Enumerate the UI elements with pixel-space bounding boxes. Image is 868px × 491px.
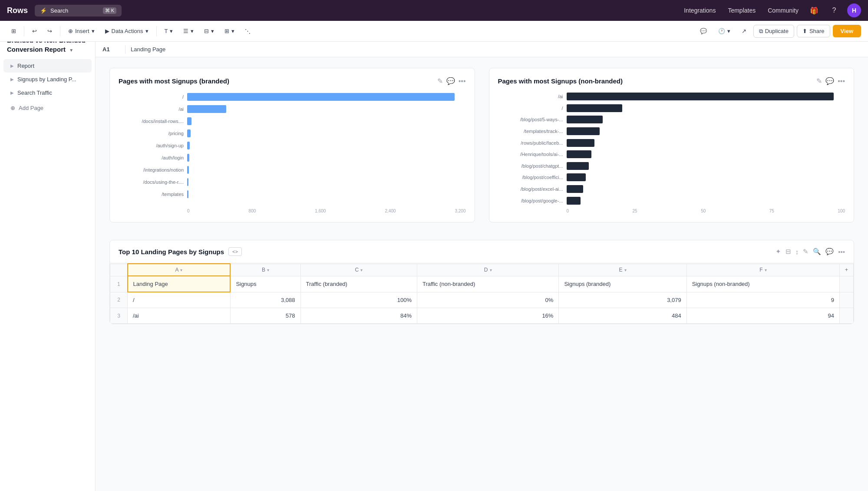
col-c-header[interactable]: C ▾ <box>300 264 417 276</box>
bar-row: /Henrique/tools/ai-... <box>498 150 845 159</box>
grid-btn[interactable]: ⊞ ▾ <box>220 26 239 36</box>
bar-label: /Henrique/tools/ai-... <box>498 152 563 157</box>
bar-row: /rows/public/faceb... <box>498 138 845 147</box>
cell-a1[interactable]: Landing Page <box>128 276 231 292</box>
cell-c3[interactable]: 84% <box>300 308 417 324</box>
col-c-sort[interactable]: ▾ <box>360 268 363 272</box>
bar-fill <box>187 117 191 125</box>
sidebar-item-search-traffic[interactable]: ▶ Search Traffic <box>3 86 92 100</box>
view-btn[interactable]: View <box>833 25 861 37</box>
table-actions: ✦ ⊟ ↕ ✎ 🔍 💬 ••• <box>776 248 845 255</box>
cell-f1[interactable]: Signups (non-branded) <box>686 276 839 292</box>
nav-icons: 🎁 ? H <box>807 3 861 17</box>
insert-btn[interactable]: ⊕ Insert ▾ <box>64 26 99 36</box>
branded-chart-header: Pages with most Signups (branded) ✎ 💬 ••… <box>119 77 466 85</box>
add-col-btn[interactable]: + <box>840 264 854 276</box>
col-f-sort[interactable]: ▾ <box>765 268 767 272</box>
sidebar-item-report[interactable]: ▶ Report <box>3 59 92 73</box>
filter-magic-icon[interactable]: ✦ <box>776 248 781 255</box>
branded-edit-icon[interactable]: ✎ <box>437 77 443 85</box>
branded-comment-icon[interactable]: 💬 <box>446 77 455 85</box>
col-b-sort[interactable]: ▾ <box>267 268 269 272</box>
cell-b1[interactable]: Signups <box>230 276 300 292</box>
nav-templates[interactable]: Templates <box>728 7 756 14</box>
nav-integrations[interactable]: Integrations <box>684 7 716 14</box>
more-table-icon[interactable]: ••• <box>838 248 845 255</box>
col-a-header[interactable]: A ▾ <box>128 264 231 276</box>
add-page-btn[interactable]: ⊕ Add Page <box>3 101 92 115</box>
cell-e3[interactable]: 484 <box>559 308 686 324</box>
doc-title-arrow[interactable]: ▼ <box>69 48 73 53</box>
layout-toggle-btn[interactable]: ⊞ <box>7 26 20 36</box>
cell-a3[interactable]: /ai <box>128 308 231 324</box>
bar-fill <box>187 142 190 149</box>
cell-e1[interactable]: Signups (branded) <box>559 276 686 292</box>
redo-btn[interactable]: ↪ <box>43 26 56 36</box>
cell-f2[interactable]: 9 <box>686 292 839 308</box>
col-e-header[interactable]: E ▾ <box>559 264 686 276</box>
help-icon[interactable]: ? <box>827 3 841 17</box>
cell-e2[interactable]: 3,079 <box>559 292 686 308</box>
nav-community[interactable]: Community <box>768 7 799 14</box>
duplicate-btn[interactable]: ⧉ Duplicate <box>753 25 794 38</box>
col-e-sort[interactable]: ▾ <box>624 268 627 272</box>
branded-chart-actions: ✎ 💬 ••• <box>437 77 466 85</box>
history-icon: 🕐 <box>718 28 725 34</box>
filter-icon[interactable]: ⊟ <box>785 248 791 255</box>
non-branded-comment-icon[interactable]: 💬 <box>825 77 834 85</box>
cell-d1[interactable]: Traffic (non-branded) <box>417 276 558 292</box>
share-btn[interactable]: ⬆ Share <box>797 25 830 37</box>
cell-c2[interactable]: 100% <box>300 292 417 308</box>
col-d-header[interactable]: D ▾ <box>417 264 558 276</box>
history-btn[interactable]: 🕐 ▾ <box>714 26 735 36</box>
align-btn[interactable]: ☰ ▾ <box>179 26 198 36</box>
search-bar[interactable]: ⚡ Search ⌘ K <box>35 5 122 17</box>
cell-a2[interactable]: / <box>128 292 231 308</box>
col-a-sort[interactable]: ▾ <box>180 268 182 272</box>
non-branded-chart-card: Pages with most Signups (non-branded) ✎ … <box>489 68 855 222</box>
search-table-icon[interactable]: 🔍 <box>813 248 821 255</box>
text-chevron: ▾ <box>170 28 173 34</box>
bar-row: / <box>119 92 466 102</box>
bar-label: /auth/sign-up <box>119 143 184 148</box>
cell-value-display: Landing Page <box>131 46 165 53</box>
table-code-btn[interactable]: <> <box>228 247 242 256</box>
format-btn[interactable]: ⊟ ▾ <box>200 26 218 36</box>
bar-fill <box>187 166 189 174</box>
comment-table-icon[interactable]: 💬 <box>825 248 834 255</box>
non-branded-edit-icon[interactable]: ✎ <box>816 77 822 85</box>
bar-track <box>567 104 845 112</box>
cell-ref-divider <box>125 45 125 54</box>
add-page-icon: ⊕ <box>10 105 15 111</box>
grid-icon: ⊞ <box>224 28 229 34</box>
cell-d2[interactable]: 0% <box>417 292 558 308</box>
cell-d3[interactable]: 16% <box>417 308 558 324</box>
cell-f3[interactable]: 94 <box>686 308 839 324</box>
sidebar-item-signups[interactable]: ▶ Signups by Landing P... <box>3 73 92 86</box>
data-actions-btn[interactable]: ▶ Data Actions ▾ <box>101 26 153 36</box>
sort-icon[interactable]: ↕ <box>795 248 799 255</box>
avatar[interactable]: H <box>847 3 861 17</box>
top-nav: Rows ⚡ Search ⌘ K Integrations Templates… <box>0 0 868 21</box>
undo-btn[interactable]: ↩ <box>28 26 41 36</box>
bar-row: /templates <box>119 189 466 199</box>
col-f-header[interactable]: F ▾ <box>686 264 839 276</box>
chart-tool-btn[interactable]: ⋱ <box>241 26 255 36</box>
edit-table-icon[interactable]: ✎ <box>803 248 809 255</box>
search-shortcut: ⌘ K <box>103 7 116 14</box>
comment-btn[interactable]: 💬 <box>696 26 711 36</box>
non-branded-more-icon[interactable]: ••• <box>838 77 845 85</box>
app-logo[interactable]: Rows <box>7 6 28 15</box>
col-b-header[interactable]: B ▾ <box>230 264 300 276</box>
gift-icon[interactable]: 🎁 <box>807 3 821 17</box>
col-d-sort[interactable]: ▾ <box>490 268 492 272</box>
cell-b2[interactable]: 3,088 <box>230 292 300 308</box>
bar-fill <box>187 178 188 186</box>
branded-more-icon[interactable]: ••• <box>459 77 466 85</box>
cell-b3[interactable]: 578 <box>230 308 300 324</box>
trend-btn[interactable]: ↗ <box>737 26 751 36</box>
bar-track <box>187 142 466 149</box>
text-btn[interactable]: T ▾ <box>160 26 178 36</box>
bar-row: /templates/track-... <box>498 127 845 136</box>
cell-c1[interactable]: Traffic (branded) <box>300 276 417 292</box>
